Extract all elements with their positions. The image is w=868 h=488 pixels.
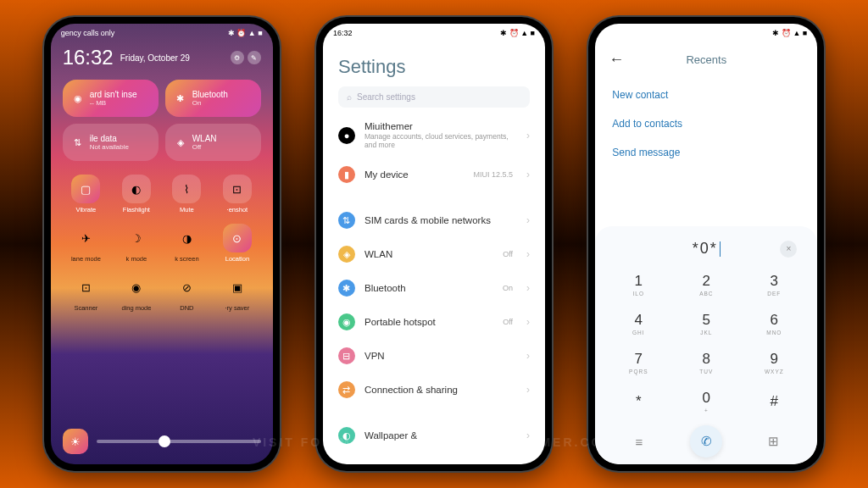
send-message-action[interactable]: Send message — [612, 138, 800, 167]
screenshot-toggle[interactable]: ⊡·enshot — [214, 171, 261, 217]
search-icon: ⌕ — [347, 92, 352, 102]
hotspot-item-icon: ◉ — [338, 313, 355, 330]
wlan-tile-icon: ◈ — [174, 136, 187, 149]
key-0[interactable]: 0+ — [673, 383, 739, 420]
screen-toggle[interactable]: ◑k screen — [164, 220, 211, 266]
clock-date: Friday, October 29 — [120, 53, 190, 63]
chevron-right-icon: › — [526, 350, 530, 362]
chevron-right-icon: › — [526, 169, 530, 180]
card-tile[interactable]: ◉ard isn't inse-- MB — [63, 80, 159, 117]
key-9[interactable]: 9WXYZ — [741, 344, 807, 381]
wlan-tile[interactable]: ◈WLANOff — [165, 124, 261, 161]
dialed-number: *0* — [693, 240, 718, 258]
key-2[interactable]: 2ABC — [673, 266, 739, 303]
page-title: Recents — [624, 53, 788, 66]
chevron-right-icon: › — [526, 214, 530, 226]
bluetooth-tile-icon: ✱ — [174, 92, 187, 105]
screen-toggle-icon: ◑ — [172, 224, 201, 252]
delete-button[interactable]: × — [780, 241, 797, 258]
chevron-right-icon: › — [526, 384, 530, 396]
airplane-toggle-icon: ✈ — [71, 224, 100, 252]
new-contact-action[interactable]: New contact — [612, 80, 800, 109]
key-#[interactable]: # — [741, 383, 807, 420]
brightness-icon[interactable]: ☀ — [63, 429, 88, 454]
chevron-right-icon: › — [526, 130, 530, 141]
key-4[interactable]: 4GHI — [605, 305, 671, 342]
mute-toggle-icon: ⌇ — [172, 175, 201, 203]
reading-mode-toggle[interactable]: ◉ding mode — [113, 269, 160, 315]
wlan-item-icon: ◈ — [338, 246, 355, 263]
vibrate-toggle-icon: ▢ — [71, 175, 100, 203]
back-button[interactable]: ← — [609, 51, 624, 69]
dark-mode-toggle[interactable]: ☽k mode — [113, 220, 160, 266]
vibrate-toggle[interactable]: ▢Vibrate — [63, 171, 110, 217]
contacts-button[interactable]: ⊞ — [758, 425, 790, 458]
bluetooth-item-icon: ✱ — [338, 280, 355, 297]
battery-saver-toggle-icon: ▣ — [223, 273, 252, 302]
screenshot-toggle-icon: ⊡ — [223, 175, 252, 203]
flashlight-toggle-icon: ◐ — [122, 175, 151, 203]
key-6[interactable]: 6MNO — [741, 305, 807, 342]
status-text: gency calls only — [61, 29, 115, 37]
account-item-icon: ● — [338, 127, 355, 144]
vpn-item[interactable]: ⊟VPN› — [323, 339, 545, 373]
location-toggle-icon: ⊙ — [223, 224, 252, 252]
scanner-toggle-icon: ⊡ — [71, 273, 100, 302]
my-device-item[interactable]: ▮My deviceMIUI 12.5.5› — [323, 158, 545, 191]
wlan-item[interactable]: ◈WLANOff› — [323, 237, 545, 271]
call-button[interactable]: ✆ — [690, 425, 722, 458]
search-input[interactable]: ⌕ Search settings — [338, 86, 530, 108]
dark-mode-toggle-icon: ☽ — [122, 224, 151, 252]
mute-toggle[interactable]: ⌇Mute — [164, 171, 211, 217]
wallpaper-item[interactable]: ◐Wallpaper &› — [323, 419, 545, 452]
phone-control-center: gency calls only ✱ ⏰ ▲ ■ 16:32 Friday, O… — [44, 17, 280, 471]
clock-time: 16:32 — [63, 46, 114, 69]
menu-button[interactable]: ≡ — [623, 425, 655, 458]
vpn-item-icon: ⊟ — [338, 347, 355, 364]
reading-mode-toggle-icon: ◉ — [122, 273, 151, 302]
brightness-slider[interactable] — [97, 440, 261, 443]
status-icons: ✱ ⏰ ▲ ■ — [772, 29, 807, 37]
status-bar: ✱ ⏰ ▲ ■ — [595, 24, 817, 42]
scanner-toggle[interactable]: ⊡Scanner — [63, 269, 110, 315]
bluetooth-tile[interactable]: ✱BluetoothOn — [165, 80, 261, 117]
status-bar: 16:32 ✱ ⏰ ▲ ■ — [323, 24, 545, 42]
connection-item[interactable]: ⇄Connection & sharing› — [323, 373, 545, 407]
dnd-toggle-icon: ⊘ — [172, 273, 201, 302]
status-icons: ✱ ⏰ ▲ ■ — [500, 29, 535, 37]
settings-icon[interactable]: ⚙ — [231, 51, 244, 64]
wallpaper-item-icon: ◐ — [338, 427, 355, 444]
mobile-data-tile[interactable]: ⇅ile dataNot available — [63, 124, 159, 161]
key-8[interactable]: 8TUV — [673, 344, 739, 381]
status-bar: gency calls only ✱ ⏰ ▲ ■ — [51, 24, 273, 42]
sim-item[interactable]: ⇅SIM cards & mobile networks› — [323, 203, 545, 237]
location-toggle[interactable]: ⊙Location — [214, 220, 261, 266]
chevron-right-icon: › — [526, 282, 530, 294]
card-tile-icon: ◉ — [71, 92, 85, 105]
bluetooth-item[interactable]: ✱BluetoothOn› — [323, 271, 545, 305]
dnd-toggle[interactable]: ⊘DND — [164, 269, 211, 315]
chevron-right-icon: › — [526, 248, 530, 260]
connection-item-icon: ⇄ — [338, 381, 355, 398]
add-to-contacts-action[interactable]: Add to contacts — [612, 109, 800, 138]
chevron-right-icon: › — [526, 316, 530, 328]
sim-item-icon: ⇅ — [338, 212, 355, 229]
airplane-toggle[interactable]: ✈lane mode — [63, 220, 110, 266]
flashlight-toggle[interactable]: ◐Flashlight — [113, 171, 160, 217]
phone-dialer: ✱ ⏰ ▲ ■ ← Recents New contactAdd to cont… — [588, 17, 824, 471]
search-placeholder: Search settings — [357, 92, 415, 102]
key-*[interactable]: * — [605, 383, 671, 420]
edit-icon[interactable]: ✎ — [248, 51, 261, 64]
my-device-item-icon: ▮ — [338, 166, 355, 183]
battery-saver-toggle[interactable]: ▣·ry saver — [214, 269, 261, 315]
key-7[interactable]: 7PQRS — [605, 344, 671, 381]
page-title: Settings — [323, 42, 545, 86]
key-5[interactable]: 5JKL — [673, 305, 739, 342]
hotspot-item[interactable]: ◉Portable hotspotOff› — [323, 305, 545, 339]
key-3[interactable]: 3DEF — [741, 266, 807, 303]
key-1[interactable]: 1ILO — [605, 266, 671, 303]
account-item[interactable]: ●MiuithemerManage accounts, cloud servic… — [323, 113, 545, 158]
status-time: 16:32 — [333, 29, 353, 37]
phone-settings: 16:32 ✱ ⏰ ▲ ■ Settings ⌕ Search settings… — [316, 17, 552, 471]
chevron-right-icon: › — [526, 430, 530, 441]
